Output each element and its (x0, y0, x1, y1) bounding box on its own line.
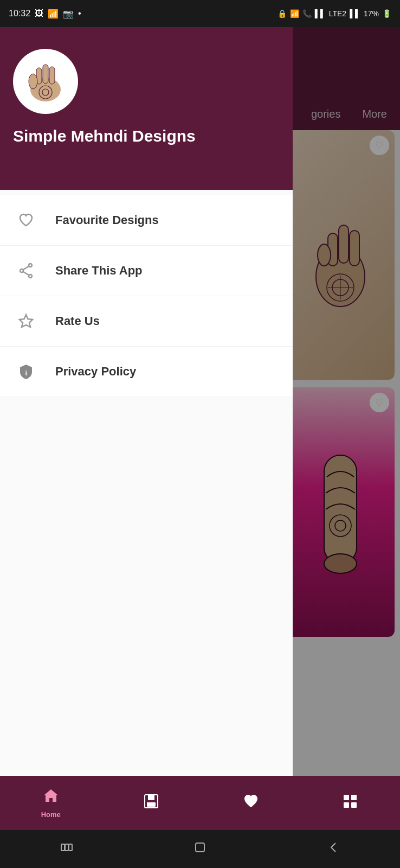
drawer-item-favourites[interactable]: Favourite Designs (0, 195, 293, 246)
battery-percent: 17% (364, 9, 379, 18)
drawer-item-share[interactable]: Share This App (0, 246, 293, 296)
home-icon (42, 787, 60, 808)
photo-icon: 🖼 (35, 9, 43, 18)
wifi-icon: 📶 (290, 9, 299, 18)
app-logo (13, 49, 78, 114)
home-label: Home (41, 810, 61, 819)
svg-line-25 (23, 272, 29, 275)
lte-icon: LTE2 (329, 9, 346, 18)
svg-point-23 (20, 269, 23, 272)
drawer-share-label: Share This App (55, 264, 143, 278)
back-button[interactable] (326, 840, 341, 858)
app-container: gories More (0, 27, 400, 868)
svg-rect-16 (43, 65, 48, 84)
star-outline-icon (16, 311, 36, 331)
svg-rect-30 (147, 802, 156, 807)
bottom-navigation: Home (0, 776, 400, 830)
battery-icon: 🔋 (382, 9, 391, 18)
svg-rect-32 (351, 795, 357, 800)
status-bar: 10:32 🖼 📶 📷 • 🔒 📶 📞 ▌▌ LTE2 ▌▌ 17% 🔋 (0, 0, 400, 27)
time: 10:32 (9, 9, 30, 18)
svg-rect-34 (351, 802, 357, 808)
drawer-rate-label: Rate Us (55, 314, 100, 328)
svg-text:i: i (25, 369, 28, 377)
logo-hand-icon (21, 57, 70, 106)
share-icon (16, 261, 36, 280)
svg-point-21 (29, 264, 32, 267)
save-icon (143, 793, 160, 814)
navigation-drawer: Simple Mehndi Designs Favourite Designs (0, 27, 293, 868)
status-bar-right: 🔒 📶 📞 ▌▌ LTE2 ▌▌ 17% 🔋 (278, 9, 391, 18)
nav-save[interactable] (143, 793, 160, 814)
shield-info-icon: i (16, 362, 36, 381)
svg-marker-26 (20, 315, 33, 327)
nav-grid[interactable] (341, 793, 359, 814)
svg-rect-29 (148, 795, 154, 800)
svg-rect-37 (69, 844, 72, 851)
svg-rect-38 (196, 843, 204, 852)
drawer-header: Simple Mehndi Designs (0, 27, 293, 190)
nav-favorites[interactable] (242, 793, 260, 814)
heart-outline-icon (16, 210, 36, 230)
svg-rect-31 (344, 795, 349, 800)
signal-icon: 📶 (48, 9, 59, 19)
system-navigation (0, 830, 400, 868)
svg-point-18 (29, 74, 37, 89)
drawer-app-title: Simple Mehndi Designs (13, 127, 196, 145)
svg-line-24 (23, 266, 29, 270)
drawer-menu: Favourite Designs Share This App (0, 190, 293, 868)
drawer-item-rate[interactable]: Rate Us (0, 296, 293, 347)
svg-rect-17 (49, 67, 55, 84)
dot-icon: • (78, 9, 81, 18)
heart-filled-icon (242, 793, 260, 814)
status-bar-left: 10:32 🖼 📶 📷 • (9, 9, 81, 19)
home-button[interactable] (192, 840, 208, 858)
drawer-privacy-label: Privacy Policy (55, 365, 136, 379)
drawer-item-privacy[interactable]: i Privacy Policy (0, 347, 293, 397)
calls-icon: 📞 (302, 9, 312, 18)
signal3-icon: ▌▌ (350, 9, 360, 18)
svg-rect-33 (344, 802, 349, 808)
recents-button[interactable] (59, 840, 74, 858)
drawer-favourites-label: Favourite Designs (55, 213, 159, 227)
lock-icon: 🔒 (278, 9, 287, 18)
svg-point-22 (29, 275, 32, 278)
signal2-icon: ▌▌ (315, 9, 326, 18)
nav-home[interactable]: Home (41, 787, 61, 819)
grid-icon (341, 793, 359, 814)
svg-rect-35 (61, 844, 64, 851)
instagram-icon: 📷 (63, 9, 74, 19)
svg-rect-36 (65, 844, 68, 851)
